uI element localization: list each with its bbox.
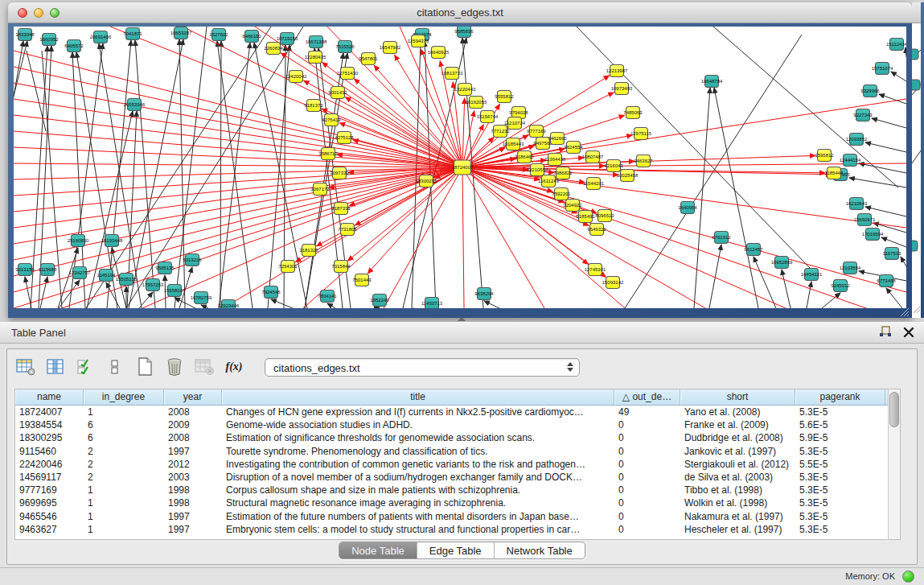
graph-node[interactable]: 3067177: [310, 183, 330, 196]
graph-node[interactable]: 7462660: [548, 133, 567, 145]
table-row[interactable]: 1872400712008Changes of HCN gene express…: [15, 406, 900, 418]
table-cell[interactable]: 5.3E-5: [795, 445, 885, 458]
table-cell[interactable]: 5.3E-5: [795, 510, 885, 523]
graph-node[interactable]: 4275128: [335, 132, 354, 144]
table-cell[interactable]: 0: [614, 484, 680, 496]
graph-node[interactable]: 7924546: [261, 286, 281, 299]
memory-status-indicator[interactable]: [902, 571, 914, 583]
graph-node[interactable]: 15958107: [164, 285, 186, 297]
graph-node[interactable]: 9001432: [328, 87, 347, 99]
graph-node[interactable]: 12923446: [218, 300, 240, 309]
graph-node[interactable]: 7986822: [553, 167, 573, 179]
panel-divider-handle[interactable]: [458, 317, 466, 321]
graph-node[interactable]: 12103554: [840, 262, 861, 274]
graph-node[interactable]: 7501443: [352, 274, 372, 286]
table-cell[interactable]: 1998: [164, 496, 222, 509]
graph-node[interactable]: 15193448: [101, 235, 123, 247]
table-cell[interactable]: 0: [614, 496, 680, 509]
table-cell[interactable]: Corpus callosum shape and size in male p…: [222, 484, 614, 496]
graph-node[interactable]: 11450713: [421, 298, 443, 309]
table-settings-icon[interactable]: [15, 356, 36, 377]
table-cell[interactable]: 5.5E-5: [795, 458, 885, 471]
graph-node[interactable]: 9245012: [831, 280, 850, 292]
table-cell[interactable]: 2009: [164, 418, 222, 431]
table-cell[interactable]: 0: [614, 458, 680, 471]
table-cell[interactable]: 0: [614, 510, 680, 523]
tab-node-table[interactable]: Node Table: [339, 542, 417, 558]
graph-node[interactable]: 20691406: [90, 31, 112, 43]
table-cell[interactable]: 2: [84, 471, 164, 484]
graph-node[interactable]: 12975115: [630, 128, 652, 140]
table-cell[interactable]: Tibbo et al. (1998): [680, 484, 795, 496]
graph-node[interactable]: 7254301: [278, 261, 298, 273]
graph-node[interactable]: 18724007: [452, 160, 474, 175]
graph-node[interactable]: 12745301: [585, 264, 606, 276]
table-cell[interactable]: Genome-wide association studies in ADHD.: [222, 418, 614, 431]
graph-node[interactable]: 10653287: [170, 27, 192, 39]
table-cell[interactable]: Dudbridge et al. (2008): [680, 431, 795, 444]
table-cell[interactable]: 1: [84, 523, 164, 536]
graph-node[interactable]: 6466160: [242, 31, 261, 43]
table-cell[interactable]: 2012: [164, 458, 222, 471]
scrollbar-thumb[interactable]: [889, 392, 899, 427]
graph-node[interactable]: 12280435: [305, 51, 326, 64]
graph-node[interactable]: 9547801: [359, 53, 378, 65]
column-header[interactable]: title: [222, 389, 614, 405]
table-cell[interactable]: 2: [84, 458, 164, 471]
table-cell[interactable]: 5.3E-5: [795, 406, 885, 418]
table-cell[interactable]: 2: [84, 445, 164, 458]
table-row[interactable]: 969969511998Structural magnetic resonanc…: [15, 496, 900, 509]
graph-node[interactable]: 11544201: [583, 178, 605, 190]
graph-node[interactable]: 1527602: [209, 29, 228, 41]
tab-edge-table[interactable]: Edge Table: [417, 542, 495, 558]
table-cell[interactable]: de Silva et al. (2003): [680, 471, 795, 484]
network-canvas[interactable]: 1833048166095264055722069140670418711065…: [14, 27, 906, 308]
graph-node[interactable]: 13220443: [454, 84, 476, 96]
table-cell[interactable]: 9465546: [15, 510, 84, 523]
table-cell[interactable]: 9115460: [15, 445, 84, 458]
table-cell[interactable]: 0: [614, 445, 680, 458]
table-cell[interactable]: Yano et al. (2008): [680, 406, 795, 418]
table-cell[interactable]: 0: [614, 471, 680, 484]
graph-node[interactable]: 1640954: [678, 202, 697, 214]
table-cell[interactable]: Jankovic et al. (1997): [680, 445, 795, 458]
graph-node[interactable]: 17957253: [142, 279, 164, 291]
graph-node[interactable]: 7041871: [123, 28, 142, 40]
window-titlebar[interactable]: citations_edges.txt: [8, 2, 912, 23]
graph-node[interactable]: 1145194: [97, 270, 117, 282]
graph-node[interactable]: 2204922: [563, 200, 582, 212]
table-cell[interactable]: Changes of HCN gene expression and I(f) …: [222, 406, 614, 418]
graph-node[interactable]: 9227343: [853, 109, 873, 122]
table-cell[interactable]: Investigating the contribution of common…: [222, 458, 614, 471]
table-cell[interactable]: Hescheler et al. (1997): [680, 523, 795, 536]
table-cell[interactable]: 0: [614, 431, 680, 444]
graph-node[interactable]: 13210554: [527, 164, 548, 176]
graph-node[interactable]: 4275419: [322, 114, 341, 126]
new-table-icon[interactable]: [134, 356, 155, 377]
graph-node[interactable]: 3187339: [331, 203, 351, 215]
graph-node[interactable]: 16782759: [191, 292, 212, 304]
table-cell[interactable]: Wolkin et al. (1998): [680, 496, 795, 509]
graph-node[interactable]: 1595812: [815, 150, 834, 162]
graph-node[interactable]: 7771232: [491, 126, 510, 138]
graph-node[interactable]: 9612457: [744, 244, 763, 256]
graph-node[interactable]: 16671388: [306, 36, 327, 48]
graph-node[interactable]: 9555812: [495, 91, 514, 103]
graph-node[interactable]: 16162055: [466, 97, 487, 109]
graph-node[interactable]: 3097339: [330, 167, 349, 179]
table-row[interactable]: 2242004622012Investigating the contribut…: [15, 458, 900, 471]
graph-node[interactable]: 10813733: [441, 68, 463, 80]
table-cell[interactable]: 0: [614, 523, 680, 536]
table-cell[interactable]: 5.3E-5: [795, 471, 885, 484]
table-cell[interactable]: 1997: [164, 523, 222, 536]
graph-node[interactable]: 1185444: [825, 167, 844, 179]
table-cell[interactable]: 1998: [164, 484, 222, 496]
table-cell[interactable]: Disruption of a novel member of a sodium…: [222, 471, 614, 484]
graph-node[interactable]: 16640925: [428, 47, 450, 59]
table-cell[interactable]: 22420046: [15, 458, 84, 471]
table-cell[interactable]: 5.3E-5: [795, 496, 885, 509]
graph-node[interactable]: 3624554: [564, 142, 583, 154]
graph-node[interactable]: 10973493: [611, 83, 633, 95]
graph-node[interactable]: 12444154: [840, 154, 861, 167]
background-window-sliver[interactable]: [912, 2, 924, 318]
